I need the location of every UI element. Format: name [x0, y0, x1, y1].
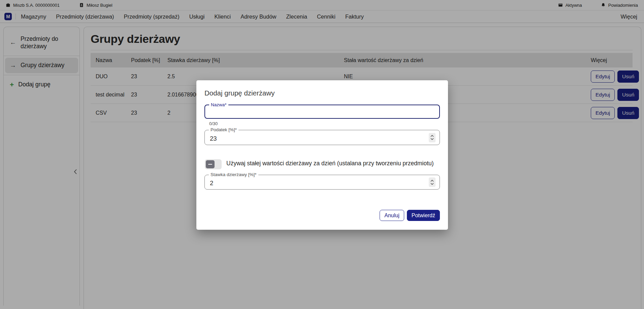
- toggle-label: Używaj stałej wartości dzierżawy za dzie…: [226, 160, 434, 167]
- tax-input[interactable]: [205, 130, 440, 145]
- tax-field: Podatek [%]*: [204, 130, 440, 145]
- cancel-button[interactable]: Anuluj: [380, 210, 404, 221]
- confirm-button[interactable]: Potwierdź: [407, 210, 440, 221]
- minus-icon: [208, 164, 212, 165]
- name-field: Nazwa*: [204, 105, 440, 119]
- name-input[interactable]: [205, 105, 439, 118]
- app-root: Miszb S.A. 0000000001 Miłosz Bugiel Akty…: [0, 0, 644, 309]
- add-group-dialog: Dodaj grupę dzierżawy Nazwa* 0/30 Podate…: [196, 80, 448, 230]
- dialog-title: Dodaj grupę dzierżawy: [204, 89, 275, 97]
- toggle-thumb-icon: [206, 160, 215, 168]
- char-counter: 0/30: [209, 121, 218, 126]
- fixed-value-toggle[interactable]: [205, 159, 222, 169]
- dialog-actions: Anuluj Potwierdź: [380, 210, 440, 221]
- rate-field: Stawka dzierżawy [%]*: [204, 175, 440, 190]
- number-stepper-icon[interactable]: [429, 133, 436, 142]
- rate-input[interactable]: [205, 175, 440, 189]
- number-stepper-icon[interactable]: [429, 177, 436, 187]
